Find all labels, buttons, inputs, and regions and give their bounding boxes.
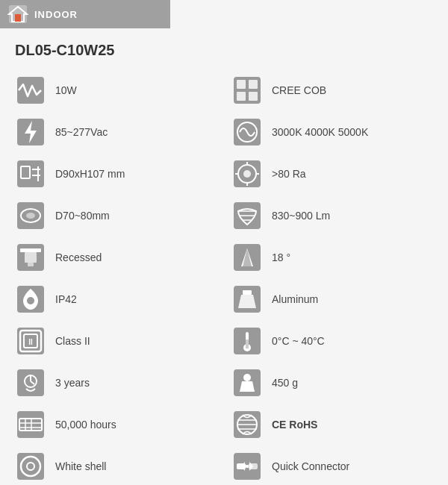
spec-cert: CE RoHS	[224, 404, 441, 445]
cob-icon	[231, 75, 263, 106]
spec-cutout: D70~80mm	[7, 195, 224, 237]
header-bar: INDOOR	[0, 0, 170, 28]
shell-text: White shell	[55, 460, 106, 472]
spec-power: 10W	[7, 69, 224, 111]
weight-text: 450 g	[272, 377, 298, 389]
lightning-icon	[15, 116, 46, 148]
warranty-text: 3 years	[55, 377, 90, 389]
svg-rect-59	[243, 290, 252, 295]
svg-rect-17	[28, 263, 34, 266]
cutout-text: D70~80mm	[55, 210, 110, 222]
spec-mount: Recessed	[7, 237, 224, 278]
spec-class: II Class II	[7, 320, 224, 362]
svg-rect-2	[15, 14, 21, 22]
product-title: DL05-C10W25	[0, 28, 448, 69]
cri-icon	[231, 158, 263, 190]
svg-rect-74	[246, 465, 249, 468]
specs-col-left: 10W 85~277Vac D90xH107 mm	[7, 69, 224, 485]
svg-point-13	[26, 213, 35, 219]
cri-text: >80 Ra	[272, 168, 306, 180]
specs-container: 10W 85~277Vac D90xH107 mm	[0, 69, 448, 485]
lifetime-icon	[15, 409, 46, 440]
lumen-text: 830~900 Lm	[272, 210, 330, 222]
cert-text: CE RoHS	[272, 419, 317, 431]
specs-col-right: CREE COB 3000K 4000K 5000K	[224, 69, 441, 485]
weight-icon	[231, 367, 263, 398]
svg-rect-39	[249, 80, 258, 89]
ip-icon	[15, 284, 46, 315]
svg-rect-41	[249, 92, 258, 101]
spec-weight: 450 g	[224, 362, 441, 404]
svg-point-19	[27, 297, 34, 304]
waveform-icon	[15, 75, 46, 106]
material-icon	[231, 284, 263, 315]
dimensions-icon	[15, 158, 46, 190]
spec-cob: CREE COB	[224, 69, 441, 111]
svg-rect-16	[25, 252, 37, 263]
svg-rect-24	[17, 369, 44, 396]
cob-text: CREE COB	[272, 84, 326, 96]
spec-lifetime: 50,000 hours	[7, 404, 224, 445]
cutout-icon	[15, 200, 46, 231]
spec-beam: 18 °	[224, 237, 441, 278]
voltage-text: 85~277Vac	[55, 126, 108, 138]
beam-text: 18 °	[272, 251, 290, 263]
spec-lumen: 830~900 Lm	[224, 195, 441, 237]
temp-text: 0°C ~ 40°C	[272, 335, 325, 347]
spec-temp: 0°C ~ 40°C	[224, 320, 441, 362]
ip-text: IP42	[55, 293, 77, 305]
temp-icon	[231, 325, 263, 357]
mount-text: Recessed	[55, 251, 102, 263]
recessed-icon	[15, 242, 46, 273]
spec-ip: IP42	[7, 278, 224, 320]
lifetime-text: 50,000 hours	[55, 419, 116, 431]
spec-shell: White shell	[7, 445, 224, 485]
spec-cri: >80 Ra	[224, 153, 441, 195]
power-text: 10W	[55, 84, 77, 96]
connector-text: Quick Connector	[272, 460, 349, 472]
spec-warranty: 3 years	[7, 362, 224, 404]
indoor-icon	[7, 4, 28, 25]
svg-rect-63	[246, 340, 249, 348]
material-text: Aluminum	[272, 293, 318, 305]
svg-point-50	[243, 170, 251, 178]
cert-icon	[231, 409, 263, 440]
svg-point-65	[243, 374, 251, 381]
spec-dimensions: D90xH107 mm	[7, 153, 224, 195]
indoor-label: INDOOR	[34, 9, 78, 20]
classII-icon: II	[15, 325, 46, 357]
shell-icon	[15, 451, 46, 482]
dimensions-text: D90xH107 mm	[55, 168, 125, 180]
colortemp-icon	[231, 116, 263, 148]
svg-rect-15	[20, 248, 41, 252]
warranty-icon	[15, 367, 46, 398]
spec-colortemp: 3000K 4000K 5000K	[224, 111, 441, 153]
spec-material: Aluminum	[224, 278, 441, 320]
svg-rect-40	[237, 92, 246, 101]
svg-rect-28	[17, 411, 44, 438]
svg-rect-38	[237, 80, 246, 89]
class-text: Class II	[55, 335, 90, 347]
connector-icon	[231, 451, 263, 482]
spec-voltage: 85~277Vac	[7, 111, 224, 153]
beam-icon	[231, 242, 263, 273]
lumen-icon	[231, 200, 263, 231]
colortemp-text: 3000K 4000K 5000K	[272, 126, 368, 138]
svg-text:II: II	[28, 338, 33, 346]
spec-connector: Quick Connector	[224, 445, 441, 485]
